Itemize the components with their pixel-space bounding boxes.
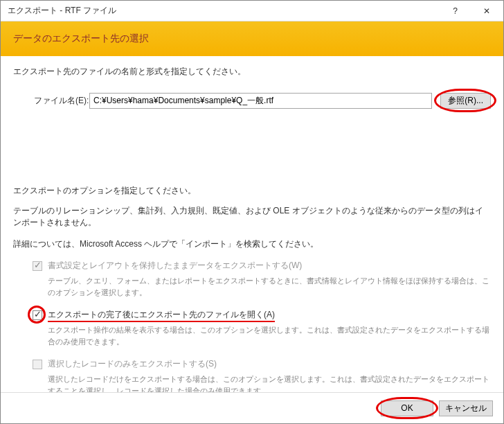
wizard-title: データのエクスポート先の選択 [13,33,149,45]
annotation-underline [48,321,275,322]
option-open-after: エクスポートの完了後にエクスポート先のファイルを開く(A) エクスポート操作の結… [33,309,491,347]
content-area: エクスポート先のファイルの名前と形式を指定してください。 ファイル名(E): 参… [1,56,503,392]
checkbox-open-after[interactable] [33,310,42,320]
cancel-button[interactable]: キャンセル [439,400,493,416]
titlebar: エクスポート - RTF ファイル ? ✕ [1,1,503,21]
filename-input[interactable] [89,93,432,109]
instruction-1: エクスポート先のファイルの名前と形式を指定してください。 [13,66,491,78]
note-help: 詳細については、Microsoft Access ヘルプで「インポート」を検索し… [13,238,491,250]
dialog-footer: OK キャンセル [1,392,503,423]
option-open-after-label[interactable]: エクスポートの完了後にエクスポート先のファイルを開く(A) [48,309,275,321]
help-button[interactable]: ? [440,1,471,21]
checkbox-format-layout [33,261,42,271]
option-format-layout-label: 書式設定とレイアウトを保持したままデータをエクスポートする(W) [48,260,302,272]
window-title: エクスポート - RTF ファイル [8,5,440,17]
filename-label: ファイル名(E): [34,95,89,107]
option-format-layout-desc: テーブル、クエリ、フォーム、またはレポートをエクスポートするときに、書式情報とレ… [48,275,491,298]
option-selected-only-label: 選択したレコードのみをエクスポートする(S) [48,358,217,370]
wizard-header: データのエクスポート先の選択 [1,21,503,56]
instruction-2: エクスポートのオプションを指定してください。 [13,185,491,197]
ok-button[interactable]: OK [381,400,433,416]
browse-button[interactable]: 参照(R)... [440,93,491,109]
filename-row: ファイル名(E): 参照(R)... [13,93,491,109]
close-button[interactable]: ✕ [471,1,502,21]
option-selected-only: 選択したレコードのみをエクスポートする(S) 選択したレコードだけをエクスポート… [33,358,491,392]
note-relationships: テーブルのリレーションシップ、集計列、入力規則、既定値、および OLE オブジェ… [13,205,491,229]
option-format-layout: 書式設定とレイアウトを保持したままデータをエクスポートする(W) テーブル、クエ… [33,260,491,298]
dialog-window: エクスポート - RTF ファイル ? ✕ データのエクスポート先の選択 エクス… [0,0,504,424]
checkbox-selected-only [33,360,42,369]
export-options: 書式設定とレイアウトを保持したままデータをエクスポートする(W) テーブル、クエ… [13,260,491,392]
option-selected-only-desc: 選択したレコードだけをエクスポートする場合は、このオプションを選択します。これは… [48,373,491,392]
option-open-after-desc: エクスポート操作の結果を表示する場合は、このオプションを選択します。これは、書式… [48,324,491,347]
